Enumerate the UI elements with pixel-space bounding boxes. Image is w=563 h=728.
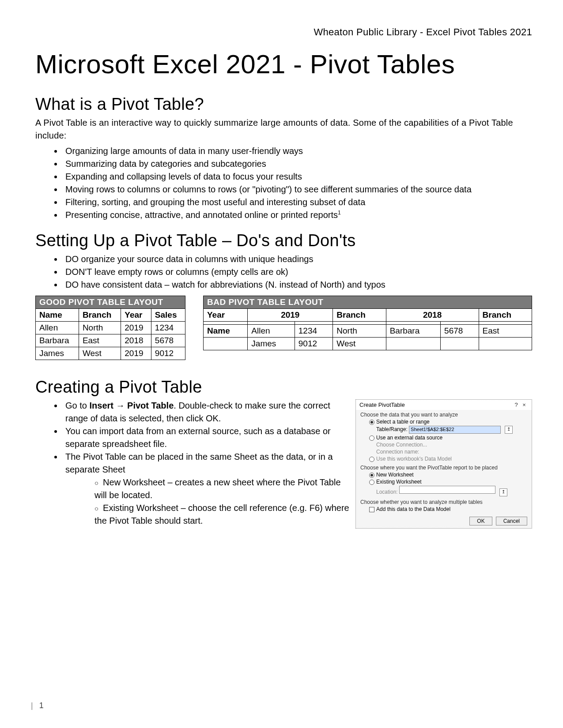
list-item: Filtering, sorting, and grouping the mos… bbox=[63, 196, 532, 209]
dialog-group-label: Choose where you want the PivotTable rep… bbox=[360, 465, 527, 471]
table-header: Sales bbox=[151, 309, 185, 322]
list-item: DO have consistent data – watch for abbr… bbox=[63, 278, 532, 291]
dos-donts-list: DO organize your source data in columns … bbox=[35, 253, 532, 291]
list-item: You can import data from an external sou… bbox=[63, 425, 349, 450]
range-picker-icon[interactable]: ↥ bbox=[499, 488, 507, 496]
create-pivottable-dialog: Create PivotTable ? × Choose the data th… bbox=[355, 399, 532, 529]
sublist-item: Existing Worksheet – choose the cell ref… bbox=[92, 502, 349, 527]
section-dos-donts: Setting Up a Pivot Table – Do's and Don'… bbox=[35, 231, 532, 250]
bad-layout-table: BAD PIVOT TABLE LAYOUT Year 2019 Branch … bbox=[203, 296, 532, 350]
range-picker-icon[interactable]: ↥ bbox=[505, 426, 513, 434]
table-row: Name Allen 1234 North Barbara 5678 East bbox=[204, 325, 532, 338]
list-item: Go to Insert → Pivot Table. Double-check… bbox=[63, 399, 349, 425]
list-item: Summarizing data by categories and subca… bbox=[63, 158, 532, 170]
footer-divider: | bbox=[31, 701, 33, 710]
table-header: Name bbox=[36, 309, 79, 322]
close-icon[interactable]: × bbox=[520, 402, 528, 408]
creating-list: Go to Insert → Pivot Table. Double-check… bbox=[35, 399, 349, 527]
radio-select-table[interactable]: Select a table or range bbox=[360, 419, 527, 425]
dialog-group-label: Choose whether you want to analyze multi… bbox=[360, 499, 527, 505]
list-item: Presenting concise, attractive, and anno… bbox=[63, 209, 532, 221]
location-label: Location: bbox=[376, 489, 398, 495]
table-row: James West 2019 9012 bbox=[36, 347, 185, 360]
sublist-item: New Worksheet – creates a new sheet wher… bbox=[92, 476, 349, 502]
table-row: Year 2019 Branch 2018 Branch bbox=[204, 309, 532, 322]
section-what-is: What is a Pivot Table? bbox=[35, 95, 532, 114]
list-item: Organizing large amounts of data in many… bbox=[63, 145, 532, 158]
connection-name-label: Connection name: bbox=[360, 449, 527, 455]
table-row bbox=[204, 322, 532, 325]
location-input[interactable] bbox=[399, 486, 495, 494]
good-layout-table: GOOD PIVOT TABLE LAYOUT Name Branch Year… bbox=[35, 296, 185, 360]
page-title: Microsoft Excel 2021 - Pivot Tables bbox=[35, 49, 532, 79]
table-caption: GOOD PIVOT TABLE LAYOUT bbox=[36, 296, 185, 309]
list-item: Moving rows to columns or columns to row… bbox=[63, 183, 532, 196]
cancel-button[interactable]: Cancel bbox=[496, 517, 527, 525]
choose-connection-button: Choose Connection... bbox=[360, 442, 527, 448]
table-header: Branch bbox=[79, 309, 121, 322]
table-row: Allen North 2019 1234 bbox=[36, 322, 185, 334]
help-icon[interactable]: ? bbox=[512, 402, 520, 408]
header-right: Wheaton Public Library - Excel Pivot Tab… bbox=[35, 26, 532, 38]
table-caption: BAD PIVOT TABLE LAYOUT bbox=[204, 296, 532, 309]
radio-data-model: Use this workbook's Data Model bbox=[360, 456, 527, 462]
intro-paragraph: A Pivot Table is an interactive way to q… bbox=[35, 116, 532, 142]
list-item: Expanding and collapsing levels of data … bbox=[63, 170, 532, 183]
section-creating: Creating a Pivot Table bbox=[35, 378, 532, 397]
table-row: James 9012 West bbox=[204, 338, 532, 350]
table-header: Year bbox=[121, 309, 151, 322]
radio-external-source[interactable]: Use an external data source bbox=[360, 435, 527, 441]
table-range-input[interactable]: Sheet1!$A$2:$E$22 bbox=[409, 426, 501, 434]
checkbox-add-data-model[interactable]: Add this data to the Data Model bbox=[360, 506, 527, 512]
dialog-title: Create PivotTable bbox=[359, 402, 512, 408]
list-item: DON'T leave empty rows or columns (empty… bbox=[63, 266, 532, 278]
page-number: 1 bbox=[39, 701, 44, 710]
capabilities-list: Organizing large amounts of data in many… bbox=[35, 145, 532, 221]
footnote-marker: 1 bbox=[338, 210, 341, 216]
list-item: The Pivot Table can be placed in the sam… bbox=[63, 450, 349, 527]
radio-new-worksheet[interactable]: New Worksheet bbox=[360, 472, 527, 478]
ok-button[interactable]: OK bbox=[469, 517, 492, 525]
list-item: DO organize your source data in columns … bbox=[63, 253, 532, 266]
dialog-group-label: Choose the data that you want to analyze bbox=[360, 412, 527, 418]
page-footer: | 1 bbox=[31, 701, 44, 710]
table-row: Barbara East 2018 5678 bbox=[36, 334, 185, 347]
table-range-label: Table/Range: bbox=[376, 426, 408, 432]
radio-existing-worksheet[interactable]: Existing Worksheet bbox=[360, 479, 527, 485]
